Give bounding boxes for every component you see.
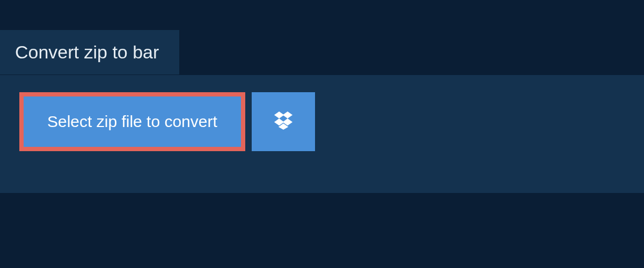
page-title: Convert zip to bar <box>15 42 159 62</box>
page-title-tab: Convert zip to bar <box>0 30 179 75</box>
dropbox-icon <box>272 109 295 134</box>
upload-actions: Select zip file to convert <box>19 92 315 151</box>
select-file-label: Select zip file to convert <box>47 114 217 130</box>
svg-marker-1 <box>283 111 292 118</box>
select-file-button[interactable]: Select zip file to convert <box>19 92 245 151</box>
upload-panel: Select zip file to convert <box>0 75 644 193</box>
converter-stage: Convert zip to bar Select zip file to co… <box>0 0 644 268</box>
svg-marker-0 <box>274 111 284 118</box>
dropbox-button[interactable] <box>252 92 315 151</box>
